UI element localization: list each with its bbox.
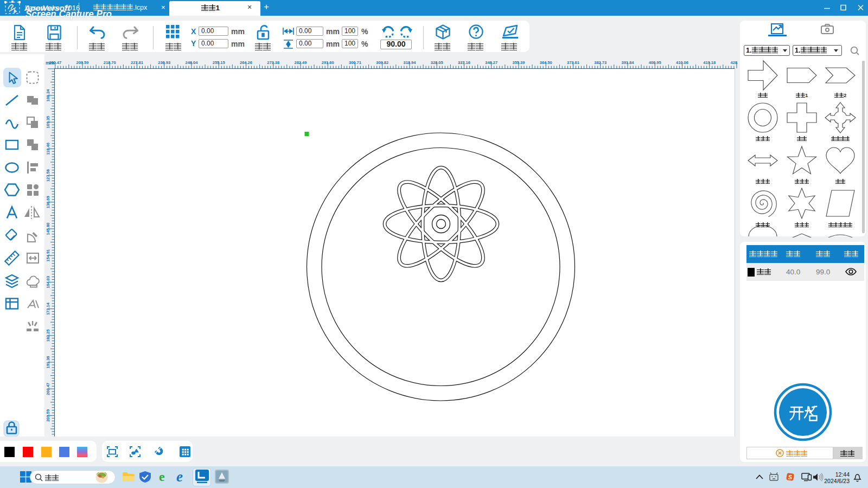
svg-text:200.47: 200.47 — [46, 383, 50, 395]
svg-text:109.35: 109.35 — [46, 116, 50, 129]
svg-text:145.80: 145.80 — [46, 223, 50, 235]
svg-text:mm: mm — [46, 60, 54, 66]
svg-text:154.91: 154.91 — [46, 249, 50, 262]
svg-text:191.36: 191.36 — [46, 356, 50, 369]
svg-text:419.18: 419.18 — [703, 60, 716, 65]
svg-text:218.70: 218.70 — [104, 60, 116, 65]
svg-text:328.05: 328.05 — [431, 60, 443, 65]
svg-text:127.58: 127.58 — [46, 169, 50, 182]
svg-text:273.38: 273.38 — [267, 60, 279, 65]
svg-text:391.84: 391.84 — [621, 60, 634, 65]
svg-text:428.29: 428.29 — [730, 60, 738, 65]
svg-text:S: S — [788, 474, 793, 480]
svg-text:364.50: 364.50 — [540, 60, 552, 65]
svg-text:346.27: 346.27 — [485, 60, 497, 65]
svg-text:209.59: 209.59 — [46, 409, 50, 422]
svg-text:355.39: 355.39 — [512, 60, 525, 65]
svg-text:100.24: 100.24 — [46, 89, 50, 102]
svg-text:264.26: 264.26 — [240, 60, 252, 65]
svg-text:309.82: 309.82 — [376, 60, 388, 65]
svg-text:118.46: 118.46 — [46, 143, 50, 155]
svg-text:282.49: 282.49 — [294, 60, 307, 65]
svg-text:300.71: 300.71 — [349, 60, 361, 65]
svg-text:182.25: 182.25 — [46, 329, 50, 342]
svg-text:164.03: 164.03 — [46, 276, 50, 288]
svg-text:291.60: 291.60 — [322, 60, 334, 65]
svg-text:382.73: 382.73 — [594, 60, 607, 65]
svg-text:400.95: 400.95 — [649, 60, 661, 65]
svg-text:136.69: 136.69 — [46, 196, 50, 208]
svg-text:410.06: 410.06 — [676, 60, 688, 65]
svg-text:337.16: 337.16 — [458, 60, 470, 65]
svg-text:236.93: 236.93 — [158, 60, 170, 65]
svg-text:227.81: 227.81 — [131, 60, 143, 65]
svg-text:209.59: 209.59 — [76, 60, 88, 65]
svg-text:373.61: 373.61 — [567, 60, 579, 65]
svg-text:246.04: 246.04 — [185, 60, 198, 65]
svg-text:255.15: 255.15 — [213, 60, 225, 65]
svg-text:318.94: 318.94 — [403, 60, 416, 65]
svg-text:173.14: 173.14 — [46, 302, 50, 315]
